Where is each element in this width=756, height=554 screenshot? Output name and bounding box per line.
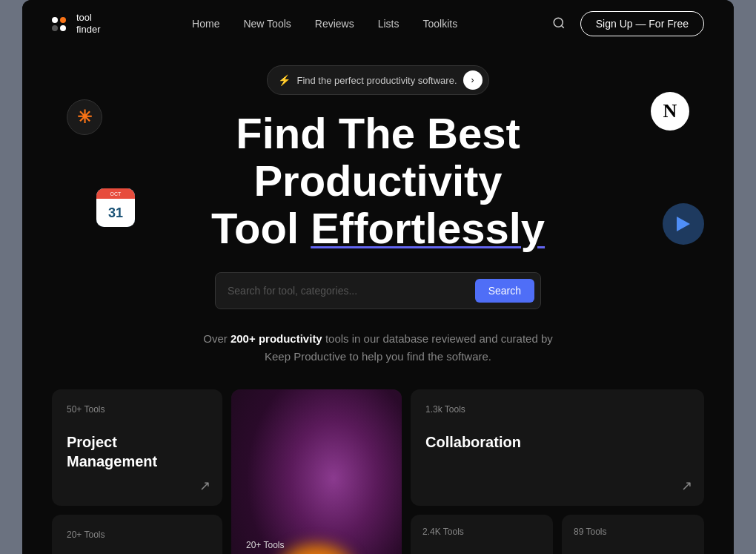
notion-icon: N	[651, 92, 689, 131]
lightning-icon: ⚡	[278, 74, 291, 86]
collaboration-title: Collaboration	[425, 432, 689, 452]
badge-arrow-icon: ›	[463, 70, 483, 90]
card-project-management[interactable]: 50+ Tools Project Management ↗	[52, 389, 222, 506]
remote-working-count: 20+ Tools	[246, 540, 387, 550]
search-icon-button[interactable]	[549, 13, 568, 35]
card-time-tracking[interactable]: 2.4K Tools Time Tracking ↗	[411, 515, 553, 554]
logo-text: tool finder	[76, 12, 101, 35]
nav-new-tools[interactable]: New Tools	[243, 18, 291, 30]
mindful-tools-count: 89 Tools	[574, 527, 692, 537]
arrow-tool-icon	[663, 203, 704, 245]
hero-bold-text: 200+ productivity	[231, 332, 322, 345]
nav-links: Home New Tools Reviews Lists Toolkits	[192, 17, 457, 30]
search-button[interactable]: Search	[475, 279, 534, 303]
logo-dots	[52, 17, 66, 31]
hero-badge[interactable]: ⚡ Find the perfect productivity software…	[267, 65, 488, 95]
hero-title: Find The Best Productivity Tool Effortle…	[119, 110, 637, 251]
nav-toolkits[interactable]: Toolkits	[422, 18, 457, 30]
logo-dot-2	[60, 17, 66, 23]
svg-point-0	[554, 18, 563, 27]
nav-lists[interactable]: Lists	[378, 18, 399, 30]
collaboration-arrow-icon: ↗	[681, 478, 692, 494]
logo-dot-4	[60, 25, 66, 31]
remote-bg	[231, 389, 402, 554]
navbar: tool finder Home New Tools Reviews Lists…	[22, 0, 734, 47]
card-mindful-tools[interactable]: 89 Tools Mindful Tools ↗	[562, 515, 704, 554]
calendar-icon: OCT 31	[96, 188, 135, 227]
nav-right: Sign Up — For Free	[549, 11, 704, 36]
cards-grid: 50+ Tools Project Management ↗ 20+ Tools…	[22, 389, 734, 554]
search-input[interactable]	[228, 285, 475, 297]
signup-button[interactable]: Sign Up — For Free	[580, 11, 704, 36]
hero-badge-text: Find the perfect productivity software.	[296, 75, 457, 86]
time-tracking-count: 2.4K Tools	[422, 527, 541, 537]
card-remote-working[interactable]: 20+ Tools Remote Working Tools ↗	[231, 389, 402, 554]
hero-section: ✳ N OCT 31 ⚡ Find the perfect productivi…	[22, 47, 734, 389]
search-icon	[552, 16, 566, 30]
search-bar: Search	[215, 272, 541, 309]
logo-dot-3	[52, 25, 58, 31]
logo[interactable]: tool finder	[52, 12, 101, 35]
ai-tools-count: 20+ Tools	[67, 530, 208, 540]
bottom-right-cards: 2.4K Tools Time Tracking ↗ 89 Tools Mind…	[411, 515, 704, 554]
project-management-arrow-icon: ↗	[199, 478, 210, 494]
asterisk-icon: ✳	[67, 99, 102, 135]
remote-content: 20+ Tools Remote Working Tools	[246, 540, 387, 554]
logo-dot-1	[52, 17, 58, 23]
collaboration-count: 1.3k Tools	[425, 404, 689, 415]
project-management-count: 50+ Tools	[67, 404, 208, 415]
card-ai-tools[interactable]: 20+ Tools AI Tools ↗	[52, 515, 222, 554]
nav-home[interactable]: Home	[192, 18, 219, 30]
hero-description: Over 200+ productivity tools in our data…	[200, 330, 556, 366]
project-management-title: Project Management	[67, 432, 208, 471]
nav-reviews[interactable]: Reviews	[315, 18, 354, 30]
card-collaboration[interactable]: 1.3k Tools Collaboration ↗	[411, 389, 704, 506]
